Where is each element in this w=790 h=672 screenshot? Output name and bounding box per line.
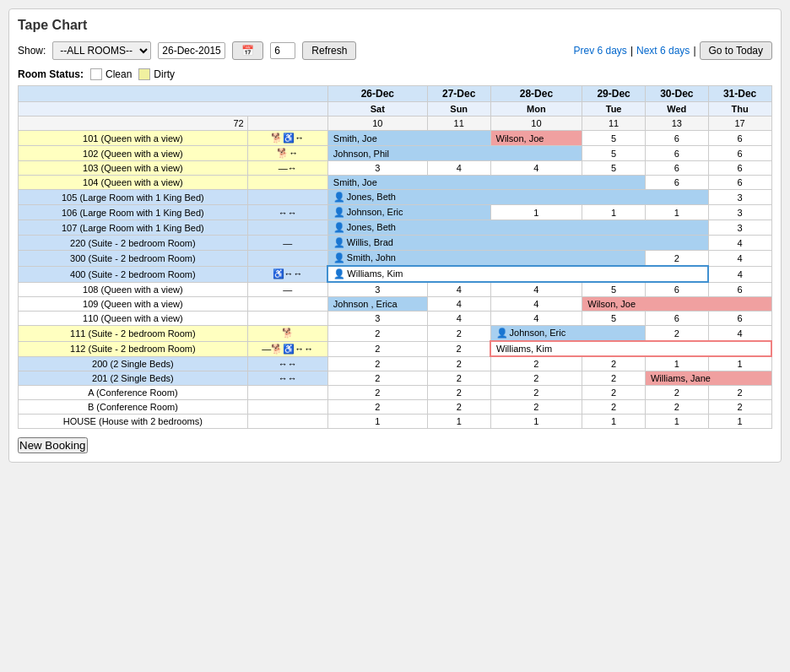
num-cell: 2 bbox=[327, 371, 427, 386]
num-cell: 1 bbox=[708, 356, 771, 371]
person-icon: 👤 bbox=[333, 222, 345, 232]
separator1: | bbox=[630, 45, 633, 57]
booking-cell[interactable]: 👤Smith, John bbox=[327, 251, 645, 267]
num-cell: 5 bbox=[582, 282, 646, 297]
room-name: 111 (Suite - 2 bedroom Room) bbox=[19, 326, 248, 342]
num-cell: 2 bbox=[327, 341, 427, 356]
calendar-icon-button[interactable]: 📅 bbox=[232, 41, 263, 60]
booking-cell[interactable]: Smith, Joe bbox=[327, 176, 645, 190]
table-row: 105 (Large Room with 1 King Bed) 👤Jones,… bbox=[19, 190, 772, 205]
date-input[interactable] bbox=[158, 42, 225, 59]
count-27: 11 bbox=[427, 117, 490, 131]
num-cell: 2 bbox=[327, 356, 427, 371]
arrows-icon: ↔ bbox=[295, 133, 304, 143]
booking-cell[interactable]: 👤Jones, Beth bbox=[327, 190, 708, 205]
nav-links: Prev 6 days | Next 6 days | Go to Today bbox=[574, 41, 773, 60]
booking-cell[interactable]: 👤Williams, Kim bbox=[327, 266, 708, 282]
num-cell: 6 bbox=[645, 176, 708, 190]
room-icons: 🐕↔ bbox=[247, 146, 327, 161]
num-cell: 4 bbox=[490, 312, 582, 326]
arrows-icon: ↔↔ bbox=[279, 373, 297, 383]
num-cell: 5 bbox=[582, 131, 646, 146]
date-26dec: 26-Dec bbox=[327, 86, 427, 102]
num-cell: 2 bbox=[490, 400, 582, 415]
num-cell: 3 bbox=[708, 205, 771, 220]
num-cell: 4 bbox=[708, 251, 771, 267]
table-row: 400 (Suite - 2 bedroom Room) ♿↔↔ 👤Willia… bbox=[19, 266, 772, 282]
room-icons bbox=[247, 386, 327, 400]
booking-cell[interactable]: Wilson, Joe bbox=[490, 131, 582, 146]
day-sat: Sat bbox=[327, 102, 427, 117]
num-cell: 1 bbox=[645, 356, 708, 371]
dog-icon: 🐕 bbox=[271, 133, 283, 143]
separator2: | bbox=[693, 45, 695, 57]
arrows-icon: ↔ bbox=[288, 163, 297, 173]
num-cell: 4 bbox=[427, 161, 490, 176]
num-cell: 4 bbox=[427, 312, 490, 326]
num-cell: 2 bbox=[427, 326, 490, 342]
show-label: Show: bbox=[18, 45, 46, 57]
count-29: 11 bbox=[582, 117, 646, 131]
booking-cell[interactable]: 👤Willis, Brad bbox=[327, 236, 708, 251]
booking-cell[interactable]: Wilson, Joe bbox=[582, 297, 771, 312]
minus-icon: — bbox=[283, 238, 292, 248]
show-select[interactable]: --ALL ROOMS-- bbox=[52, 41, 151, 60]
table-row: B (Conference Room) 2 2 2 2 2 2 bbox=[19, 400, 772, 415]
num-cell: 1 bbox=[645, 415, 708, 429]
prev-days-link[interactable]: Prev 6 days bbox=[574, 45, 627, 57]
booking-cell[interactable]: 👤Johnson, Eric bbox=[490, 326, 645, 342]
room-name: 200 (2 Single Beds) bbox=[19, 356, 248, 371]
arrows-icon: ↔ bbox=[289, 148, 298, 158]
next-days-link[interactable]: Next 6 days bbox=[636, 45, 690, 57]
room-name: 112 (Suite - 2 bedroom Room) bbox=[19, 341, 248, 356]
new-booking-button[interactable]: New Booking bbox=[18, 437, 88, 453]
go-today-button[interactable]: Go to Today bbox=[700, 41, 773, 60]
person-icon: 👤 bbox=[496, 328, 508, 338]
day-sun: Sun bbox=[427, 102, 490, 117]
booking-cell[interactable]: Johnson, Phil bbox=[327, 146, 582, 161]
room-name: B (Conference Room) bbox=[19, 400, 248, 415]
table-row: 300 (Suite - 2 bedroom Room) 👤Smith, Joh… bbox=[19, 251, 772, 267]
room-name: 104 (Queen with a view) bbox=[19, 176, 248, 190]
num-cell: 2 bbox=[427, 356, 490, 371]
booking-cell[interactable]: Smith, Joe bbox=[327, 131, 490, 146]
room-name: A (Conference Room) bbox=[19, 386, 248, 400]
room-name: 109 (Queen with a view) bbox=[19, 297, 248, 312]
num-cell: 5 bbox=[582, 312, 646, 326]
count-icons bbox=[247, 117, 327, 131]
num-cell: 4 bbox=[490, 297, 582, 312]
booking-cell[interactable]: 👤Johnson, Eric bbox=[327, 205, 490, 220]
booking-cell[interactable]: Johnson , Erica bbox=[327, 297, 427, 312]
table-row: HOUSE (House with 2 bedrooms) 1 1 1 1 1 … bbox=[19, 415, 772, 429]
room-name: 220 (Suite - 2 bedroom Room) bbox=[19, 236, 248, 251]
minus-icon: — bbox=[262, 344, 271, 354]
room-name: 300 (Suite - 2 bedroom Room) bbox=[19, 251, 248, 267]
num-cell: 3 bbox=[327, 161, 427, 176]
num-cell: 2 bbox=[708, 386, 771, 400]
person-icon: 👤 bbox=[333, 252, 345, 263]
num-cell: 2 bbox=[427, 400, 490, 415]
room-icons: ↔↔ bbox=[247, 356, 327, 371]
num-cell: 4 bbox=[427, 297, 490, 312]
num-cell: 2 bbox=[582, 386, 646, 400]
date-28dec: 28-Dec bbox=[490, 86, 582, 102]
refresh-button[interactable]: Refresh bbox=[302, 41, 356, 60]
num-cell: 5 bbox=[582, 161, 646, 176]
day-header-row: Sat Sun Mon Tue Wed Thu bbox=[19, 102, 772, 117]
page-container: Tape Chart Show: --ALL ROOMS-- 📅 Refresh… bbox=[8, 8, 782, 463]
arrows-icon: ↔↔ bbox=[295, 344, 313, 354]
status-row: Room Status: Clean Dirty bbox=[18, 68, 772, 80]
days-input[interactable] bbox=[270, 42, 295, 59]
room-icons bbox=[247, 400, 327, 415]
num-cell: 6 bbox=[708, 282, 771, 297]
num-cell: 2 bbox=[327, 326, 427, 342]
num-cell: 6 bbox=[708, 131, 771, 146]
table-row: 106 (Large Room with 1 King Bed) ↔↔ 👤Joh… bbox=[19, 205, 772, 220]
booking-cell[interactable]: 👤Jones, Beth bbox=[327, 220, 708, 236]
booking-cell[interactable]: Williams, Kim bbox=[490, 341, 771, 356]
room-icons: ♿↔↔ bbox=[247, 266, 327, 282]
booking-cell[interactable]: Williams, Jane bbox=[645, 371, 771, 386]
clean-box bbox=[90, 68, 102, 80]
room-name: HOUSE (House with 2 bedrooms) bbox=[19, 415, 248, 429]
accessible-icon: ♿ bbox=[273, 268, 284, 279]
